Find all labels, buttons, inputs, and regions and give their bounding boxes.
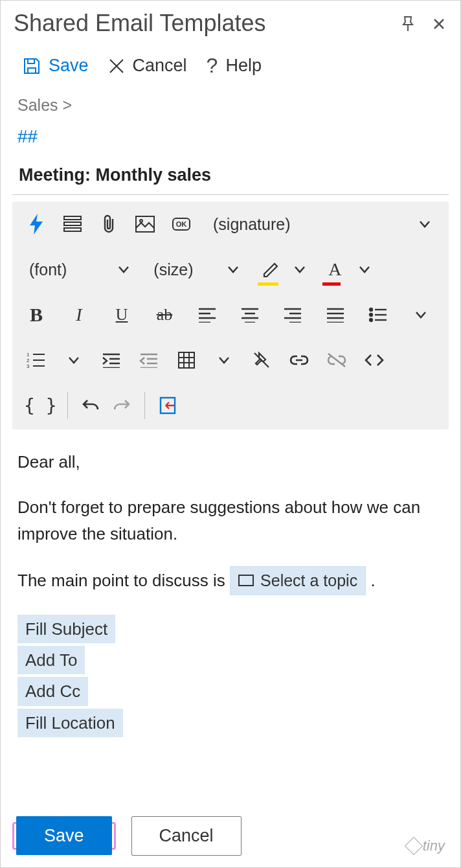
outdent-icon[interactable] (137, 347, 161, 374)
menu-help-label: Help (225, 56, 262, 76)
strikethrough-icon[interactable]: ab (152, 301, 177, 328)
list-chevron-icon[interactable] (409, 301, 433, 328)
svg-text:1: 1 (27, 352, 30, 358)
align-right-icon[interactable] (280, 301, 305, 328)
macro-add-cc[interactable]: Add Cc (17, 677, 88, 705)
align-justify-icon[interactable] (323, 301, 348, 328)
separator (67, 392, 68, 419)
highlight-color-icon[interactable] (258, 256, 282, 283)
body-paragraph-2: The main point to discuss is Select a to… (17, 566, 444, 595)
signature-select[interactable]: (signature) (208, 215, 296, 234)
redo-icon[interactable] (109, 392, 134, 419)
macro-fill-location[interactable]: Fill Location (17, 709, 123, 737)
signature-label: (signature) (213, 215, 291, 234)
font-label: (font) (29, 260, 67, 279)
italic-icon[interactable]: I (67, 301, 91, 328)
svg-point-4 (140, 220, 142, 222)
font-select[interactable]: (font) (24, 260, 135, 279)
table-icon[interactable] (174, 347, 199, 374)
subject-field[interactable]: Meeting: Monthly sales (12, 165, 449, 195)
separator (144, 392, 145, 419)
title-bar: Shared Email Templates (12, 1, 449, 43)
menu-bar: Save Cancel ? Help (12, 43, 449, 96)
rows-icon[interactable] (60, 211, 85, 238)
unlink-icon[interactable] (324, 347, 349, 374)
footer: Save Cancel tiny (12, 816, 449, 856)
svg-point-6 (370, 314, 372, 316)
numbered-list-chevron-icon[interactable] (62, 347, 86, 374)
svg-rect-1 (64, 222, 81, 225)
text-color-icon[interactable]: A (322, 256, 347, 283)
svg-point-7 (370, 319, 372, 321)
svg-rect-0 (64, 216, 81, 220)
text-color-chevron-icon[interactable] (352, 256, 377, 283)
tiny-diamond-icon (405, 837, 423, 855)
highlight-chevron-icon[interactable] (287, 256, 312, 283)
pin-icon[interactable] (401, 16, 415, 32)
code-icon[interactable] (362, 347, 387, 374)
help-icon: ? (207, 54, 218, 78)
editor-toolbar: OK (signature) (font) (size) (12, 201, 449, 429)
macro-icon[interactable] (24, 211, 49, 238)
select-topic-chip[interactable]: Select a topic (230, 566, 366, 595)
menu-cancel-button[interactable]: Cancel (108, 54, 187, 78)
hash-button[interactable]: ## (12, 126, 449, 165)
indent-icon[interactable] (99, 347, 124, 374)
close-icon[interactable] (433, 18, 445, 30)
underline-icon[interactable]: U (109, 301, 134, 328)
table-chevron-icon[interactable] (212, 347, 236, 374)
cancel-icon (108, 58, 125, 74)
size-label: (size) (153, 260, 193, 279)
unpin-icon[interactable] (249, 347, 274, 374)
numbered-list-icon[interactable]: 1 2 3 (24, 347, 49, 374)
app-window: Shared Email Templates Save (0, 0, 461, 868)
menu-cancel-label: Cancel (133, 56, 187, 76)
link-icon[interactable] (287, 347, 311, 374)
svg-text:2: 2 (27, 358, 30, 363)
menu-save-button[interactable]: Save (23, 54, 89, 78)
topic-label: Select a topic (260, 568, 357, 593)
braces-icon[interactable]: { } (24, 392, 57, 419)
ok-button-icon[interactable]: OK (169, 211, 194, 238)
menu-save-label: Save (49, 56, 89, 76)
save-highlight: Save (12, 822, 116, 850)
window-buttons (401, 10, 449, 32)
svg-rect-11 (179, 352, 194, 368)
bold-icon[interactable]: B (24, 301, 49, 328)
greeting-text: Dear all, (17, 449, 444, 475)
svg-rect-3 (136, 216, 154, 232)
import-icon[interactable] (155, 392, 180, 419)
macro-fill-subject[interactable]: Fill Subject (17, 615, 115, 643)
attachment-icon[interactable] (96, 211, 121, 238)
svg-point-5 (370, 308, 372, 311)
align-center-icon[interactable] (238, 301, 262, 328)
save-button[interactable]: Save (16, 816, 112, 855)
svg-text:3: 3 (27, 363, 30, 369)
topic-icon (238, 575, 254, 586)
save-icon (23, 57, 41, 75)
cancel-button[interactable]: Cancel (131, 816, 242, 856)
app-title: Shared Email Templates (14, 10, 266, 37)
editor-body[interactable]: Dear all, Don't forget to prepare sugges… (12, 429, 449, 746)
svg-rect-2 (64, 228, 81, 231)
menu-help-button[interactable]: ? Help (207, 54, 262, 78)
macro-add-to[interactable]: Add To (17, 646, 85, 674)
image-icon[interactable] (133, 211, 157, 238)
macro-list: Fill Subject Add To Add Cc Fill Location (17, 615, 444, 737)
body-paragraph-1: Don't forget to prepare suggestions abou… (17, 494, 444, 547)
align-left-icon[interactable] (195, 301, 219, 328)
undo-icon[interactable] (78, 392, 103, 419)
tiny-logo: tiny (407, 838, 445, 854)
breadcrumb[interactable]: Sales > (12, 96, 449, 126)
signature-chevron-icon[interactable] (412, 211, 437, 238)
size-select[interactable]: (size) (148, 260, 245, 279)
bullet-list-icon[interactable] (366, 301, 390, 328)
